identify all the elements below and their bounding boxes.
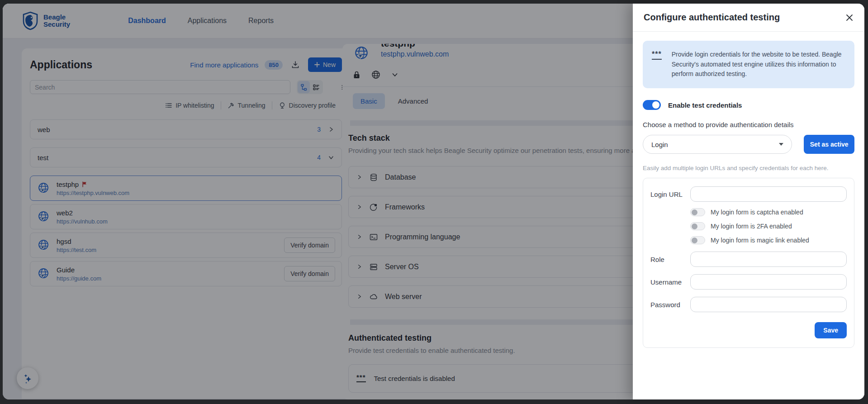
captcha-enabled-toggle[interactable] bbox=[690, 208, 705, 216]
configure-auth-drawer: Configure authenticated testing *** Prov… bbox=[633, 4, 864, 399]
username-label: Username bbox=[650, 278, 690, 286]
info-banner: *** Provide login credentials for the we… bbox=[643, 41, 854, 88]
login-url-input[interactable] bbox=[690, 186, 847, 202]
password-label: Password bbox=[650, 301, 690, 309]
auth-method-select[interactable]: Login bbox=[643, 135, 792, 154]
save-button[interactable]: Save bbox=[815, 322, 847, 338]
drawer-title: Configure authenticated testing bbox=[644, 12, 780, 23]
close-button[interactable] bbox=[845, 14, 854, 22]
magic-link-enabled-label: My login form is magic link enabled bbox=[711, 237, 809, 244]
login-url-label: Login URL bbox=[650, 190, 690, 198]
twofa-enabled-toggle[interactable] bbox=[690, 222, 705, 230]
caret-down-icon bbox=[779, 143, 783, 146]
login-urls-helper-text: Easily add multiple login URLs and speci… bbox=[643, 165, 854, 171]
enable-test-credentials-label: Enable test credentials bbox=[668, 101, 742, 109]
password-input[interactable] bbox=[690, 297, 847, 312]
credentials-form-card: Login URL My login form is captcha enabl… bbox=[643, 178, 854, 348]
role-input[interactable] bbox=[690, 252, 847, 267]
role-label: Role bbox=[650, 256, 690, 263]
close-icon bbox=[845, 14, 854, 22]
captcha-enabled-label: My login form is captcha enabled bbox=[711, 209, 803, 216]
password-dots-icon: *** bbox=[652, 52, 662, 60]
twofa-enabled-label: My login form is 2FA enabled bbox=[711, 223, 792, 230]
info-banner-text: Provide login credentials for the websit… bbox=[672, 50, 845, 79]
set-as-active-button[interactable]: Set as active bbox=[804, 135, 854, 154]
method-label: Choose a method to provide authenticatio… bbox=[643, 121, 854, 128]
username-input[interactable] bbox=[690, 274, 847, 290]
enable-test-credentials-toggle[interactable] bbox=[643, 100, 661, 110]
magic-link-enabled-toggle[interactable] bbox=[690, 236, 705, 244]
